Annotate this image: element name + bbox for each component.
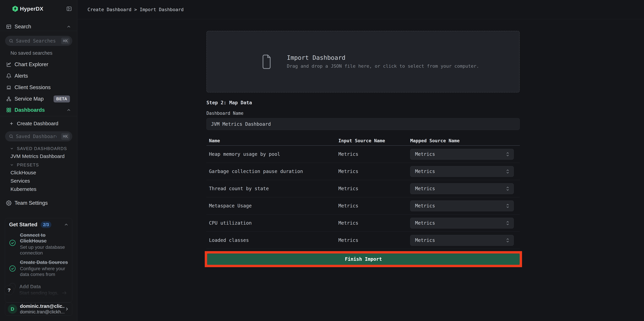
- laptop-icon: [6, 85, 12, 90]
- chevron-up-icon[interactable]: [66, 107, 71, 113]
- section-saved-dashboards[interactable]: SAVED DASHBOARDS: [0, 145, 77, 152]
- section-label: SAVED DASHBOARDS: [17, 146, 67, 151]
- mapped-source-select[interactable]: Metrics: [410, 166, 514, 177]
- hyperdx-logo-icon: [12, 5, 18, 12]
- user-menu[interactable]: D dominic.tran@clic... dominic.tran@clic…: [5, 303, 72, 316]
- row-input-source: Metrics: [338, 238, 410, 243]
- table-row: Garbage collection pause duration Metric…: [206, 163, 520, 180]
- import-dashboard-page: Import Dashboard Drag and drop a JSON fi…: [206, 0, 520, 321]
- saved-searches-input[interactable]: [16, 38, 56, 44]
- get-started-step-connect[interactable]: Connect to ClickHouse Set up your databa…: [9, 232, 69, 256]
- step-title: Add Data: [19, 284, 69, 290]
- preset-services[interactable]: Services: [0, 178, 77, 184]
- dropzone-title: Import Dashboard: [287, 54, 479, 61]
- user-email: dominic.tran@clickh...: [20, 309, 64, 315]
- preset-clickhouse[interactable]: ClickHouse: [0, 169, 77, 176]
- sidebar-item-label: Dashboards: [14, 107, 45, 113]
- sidebar-item-service-map[interactable]: Service Map BETA: [0, 94, 77, 104]
- select-value: Metrics: [415, 238, 435, 243]
- saved-dashboards-search[interactable]: ⌘K: [5, 131, 72, 141]
- select-chevrons-icon: [506, 151, 510, 157]
- chart-explorer-icon: [6, 62, 12, 67]
- select-value: Metrics: [415, 186, 435, 191]
- chevron-right-icon: [64, 307, 70, 312]
- get-started-header[interactable]: Get Started 2/3: [9, 221, 69, 229]
- sidebar-item-chart-explorer[interactable]: Chart Explorer: [0, 60, 77, 69]
- chevron-up-icon[interactable]: [66, 24, 71, 29]
- row-name: Thread count by state: [206, 186, 338, 191]
- shortcut-badge: ⌘K: [61, 133, 70, 140]
- check-circle-icon: [9, 240, 16, 246]
- table-row: Loaded classes Metrics Metrics: [206, 232, 520, 249]
- column-name: Name: [206, 138, 338, 143]
- column-mapped-source: Mapped Source Name: [410, 138, 520, 143]
- get-started-panel: Get Started 2/3 Connect to ClickHouse Se…: [5, 218, 72, 303]
- sidebar-item-team-settings[interactable]: Team Settings: [0, 198, 77, 208]
- table-row: Metaspace Usage Metrics Metrics: [206, 197, 520, 215]
- get-started-title: Get Started: [9, 222, 37, 228]
- shortcut-badge: ⌘K: [61, 38, 70, 44]
- get-started-step-add-data[interactable]: Add Data Start sending logs, metrics, or…: [9, 284, 69, 302]
- help-button[interactable]: ?: [4, 285, 14, 295]
- sidebar-item-label: Chart Explorer: [14, 61, 48, 67]
- row-input-source: Metrics: [338, 203, 410, 209]
- row-name: Heap memory usage by pool: [206, 151, 338, 157]
- saved-searches-search[interactable]: ⌘K: [5, 36, 72, 46]
- row-input-source: Metrics: [338, 220, 410, 226]
- user-name: dominic.tran@clic...: [20, 304, 64, 309]
- breadcrumb[interactable]: Create Dashboard > Import Dashboard: [88, 7, 184, 12]
- check-circle-icon: [9, 265, 16, 272]
- mapped-source-select[interactable]: Metrics: [410, 235, 514, 246]
- create-dashboard-label: Create Dashboard: [17, 121, 58, 126]
- sidebar-dashboard-jvm-metrics[interactable]: JVM Metrics Dashboard: [0, 153, 77, 160]
- mapped-source-select[interactable]: Metrics: [410, 183, 514, 194]
- dashboard-name-label: Dashboard Name: [206, 111, 244, 116]
- get-started-step-sources[interactable]: Create Data Sources Configure where your…: [9, 259, 69, 277]
- sidebar-item-label: Search: [14, 24, 31, 30]
- row-input-source: Metrics: [338, 151, 410, 157]
- table-body: Heap memory usage by pool Metrics Metric…: [206, 146, 520, 249]
- sidebar-item-label: Service Map: [14, 96, 44, 102]
- sidebar-item-alerts[interactable]: Alerts: [0, 71, 77, 81]
- mapping-table: Name Input Source Name Mapped Source Nam…: [206, 136, 520, 249]
- select-value: Metrics: [415, 220, 435, 226]
- app-title: HyperDX: [20, 6, 44, 12]
- create-dashboard-button[interactable]: Create Dashboard: [0, 119, 77, 128]
- sidebar-item-search[interactable]: Search: [0, 22, 77, 31]
- file-icon: [261, 53, 272, 70]
- saved-dashboards-input[interactable]: [16, 134, 56, 139]
- sidebar-item-dashboards[interactable]: Dashboards: [0, 105, 77, 115]
- chevron-down-icon: [10, 146, 14, 151]
- dashboard-name-field[interactable]: [206, 118, 520, 130]
- row-input-source: Metrics: [338, 186, 410, 191]
- click-highlight-annotation: Finish Import: [205, 251, 522, 267]
- finish-import-button[interactable]: Finish Import: [207, 254, 520, 265]
- row-input-source: Metrics: [338, 169, 410, 174]
- preset-kubernetes[interactable]: Kubernetes: [0, 186, 77, 193]
- bell-icon: [6, 73, 12, 79]
- mapped-source-select[interactable]: Metrics: [410, 218, 514, 229]
- select-chevrons-icon: [506, 220, 510, 226]
- chevron-up-icon[interactable]: [64, 222, 69, 227]
- sidebar-item-client-sessions[interactable]: Client Sessions: [0, 83, 77, 92]
- avatar: D: [8, 304, 17, 314]
- mapped-source-select[interactable]: Metrics: [410, 201, 514, 211]
- dropzone-subtitle: Drag and drop a JSON file here, or click…: [287, 63, 479, 69]
- service-map-icon: [6, 96, 12, 102]
- chevron-down-icon: [10, 163, 14, 167]
- app-window: HyperDX Search ⌘K No saved sear: [0, 0, 644, 321]
- no-saved-searches-text: No saved searches: [10, 50, 52, 56]
- table-header: Name Input Source Name Mapped Source Nam…: [206, 136, 520, 146]
- select-chevrons-icon: [506, 186, 510, 192]
- step-title: Create Data Sources: [20, 259, 69, 265]
- mapped-source-select[interactable]: Metrics: [410, 149, 514, 160]
- section-presets[interactable]: PRESETS: [0, 162, 77, 168]
- collapse-sidebar-icon[interactable]: [66, 6, 72, 12]
- select-value: Metrics: [415, 169, 435, 174]
- step-2-title: Step 2: Map Data: [206, 100, 252, 105]
- arrow-right-icon: [61, 290, 67, 296]
- dashboard-name-input[interactable]: [206, 121, 520, 127]
- import-dropzone[interactable]: Import Dashboard Drag and drop a JSON fi…: [206, 31, 520, 92]
- select-chevrons-icon: [506, 169, 510, 174]
- sidebar-item-label: Alerts: [14, 73, 28, 79]
